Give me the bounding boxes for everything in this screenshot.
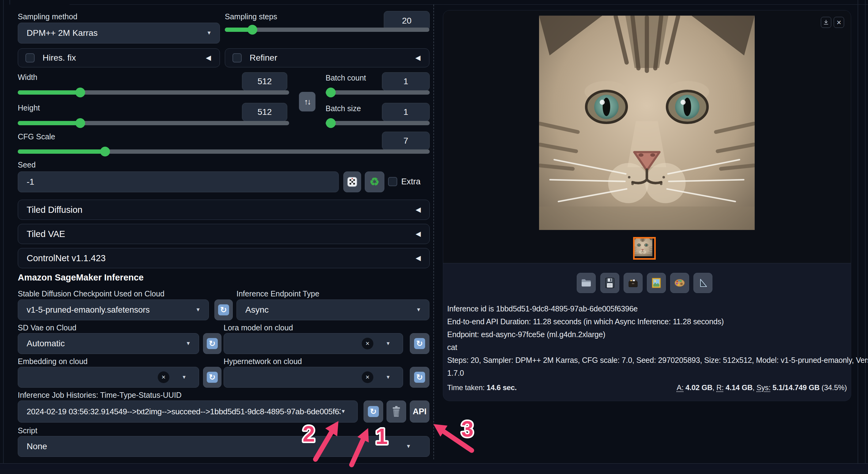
slider-handle[interactable] <box>326 88 336 97</box>
slider-handle[interactable] <box>75 118 85 128</box>
generated-image[interactable] <box>539 15 755 230</box>
chevron-down-icon: ▼ <box>207 30 212 36</box>
annotation-arrowhead-2 <box>325 421 338 436</box>
memory-sep: , <box>712 383 716 392</box>
checkpoint-value: v1-5-pruned-emaonly.safetensors <box>18 305 195 315</box>
send-to-img2img-button[interactable] <box>647 273 666 293</box>
width-label: Width <box>18 73 37 82</box>
close-icon: × <box>162 373 166 381</box>
refresh-embedding-button[interactable]: ↻ <box>203 367 221 388</box>
sd-vae-dropdown[interactable]: Automatic ▼ <box>18 333 199 354</box>
refresh-hypernetwork-button[interactable]: ↻ <box>410 367 429 388</box>
slider-handle[interactable] <box>247 25 257 35</box>
send-to-inpaint-button[interactable] <box>670 273 689 293</box>
seed-input[interactable]: -1 <box>18 171 339 192</box>
batch-count-slider[interactable] <box>326 90 430 95</box>
slider-handle[interactable] <box>326 118 336 128</box>
cfg-scale-value[interactable]: 7 <box>382 132 430 150</box>
close-icon: × <box>366 373 370 381</box>
chevron-down-icon: ▼ <box>385 375 391 380</box>
app-root: Sampling method DPM++ 2M Karras ▼ Sampli… <box>0 0 868 474</box>
slider-handle[interactable] <box>75 88 85 97</box>
refiner-checkbox[interactable] <box>232 53 242 62</box>
download-icon <box>823 19 829 25</box>
embedding-label: Embedding on cloud <box>18 357 88 366</box>
slider-fill <box>18 90 81 95</box>
extra-seed-checkbox[interactable] <box>388 177 397 186</box>
clear-selection-icon[interactable]: × <box>362 372 373 383</box>
reuse-seed-button[interactable]: ♻ <box>365 171 384 192</box>
batch-size-value[interactable]: 1 <box>382 103 430 121</box>
save-image-button[interactable] <box>600 273 619 293</box>
height-label: Height <box>18 103 40 113</box>
endpoint-type-dropdown[interactable]: Async ▼ <box>237 299 429 320</box>
download-image-button[interactable] <box>821 17 831 28</box>
lora-label: Lora model on cloud <box>224 323 293 332</box>
clear-selection-icon[interactable]: × <box>362 338 373 349</box>
refresh-lora-button[interactable]: ↻ <box>410 333 429 354</box>
accordion-controlnet[interactable]: ControlNet v1.1.423 ◀ <box>18 248 430 268</box>
refiner-accordion[interactable]: Refiner ◀ <box>225 49 429 67</box>
accordion-title: Tiled VAE <box>18 229 415 239</box>
hires-fix-label: Hires. fix <box>42 53 206 63</box>
trash-icon <box>392 406 401 417</box>
refresh-icon: ↻ <box>414 372 425 383</box>
api-duration-text: End-to-end API Duration: 11.28 seconds (… <box>447 317 724 326</box>
slider-handle[interactable] <box>100 147 110 156</box>
hires-fix-checkbox[interactable] <box>25 53 35 62</box>
memory-a-label: A: <box>677 383 683 392</box>
job-histories-dropdown[interactable]: 2024-02-19 03:56:32.914549-->txt2img-->s… <box>18 401 358 422</box>
batch-size-slider[interactable] <box>326 121 430 125</box>
close-image-button[interactable]: × <box>834 17 844 28</box>
prompt-text: cat <box>447 343 457 352</box>
annotation-arrowhead-3 <box>433 424 447 437</box>
random-seed-button[interactable] <box>343 171 361 192</box>
refresh-icon: ↻ <box>414 338 425 349</box>
sampling-steps-slider[interactable] <box>225 28 429 32</box>
cfg-scale-slider[interactable] <box>18 150 430 154</box>
open-folder-button[interactable] <box>577 273 596 293</box>
width-slider[interactable] <box>18 90 289 95</box>
gallery-divider <box>443 263 851 263</box>
lora-multiselect[interactable]: × ▼ <box>224 333 403 354</box>
batch-count-value[interactable]: 1 <box>382 72 430 91</box>
api-button[interactable]: API <box>410 401 429 422</box>
height-value[interactable]: 512 <box>242 103 287 121</box>
script-dropdown[interactable]: None ▼ <box>18 436 430 457</box>
thumbnail-image <box>634 239 654 258</box>
height-slider[interactable] <box>18 121 289 125</box>
memory-stats-text: A: 4.02 GB, R: 4.14 GB, Sys: 5.1/14.749 … <box>447 383 847 392</box>
extra-seed-label: Extra <box>401 177 421 187</box>
hypernetwork-label: Hypernetwork on cloud <box>224 357 302 366</box>
recycle-icon: ♻ <box>370 176 379 188</box>
accordion-tiled-vae[interactable]: Tiled VAE ◀ <box>18 224 430 244</box>
collapse-icon: ◀ <box>415 54 421 62</box>
delete-job-history-button[interactable] <box>386 401 406 422</box>
save-zip-button[interactable] <box>624 273 643 293</box>
checkpoint-label: Stable Diffusion Checkpoint Used on Clou… <box>18 289 164 298</box>
hypernetwork-multiselect[interactable]: × ▼ <box>224 367 403 388</box>
refresh-job-histories-button[interactable]: ↻ <box>364 401 383 422</box>
right-gutter-line-2 <box>865 0 866 474</box>
script-value: None <box>18 442 406 451</box>
embedding-multiselect[interactable]: × ▼ <box>18 367 199 388</box>
gallery-thumbnail-selected[interactable] <box>633 237 656 260</box>
send-to-extras-button[interactable] <box>693 273 712 293</box>
refresh-checkpoint-button[interactable]: ↻ <box>214 299 233 320</box>
panel-divider[interactable] <box>433 5 434 459</box>
refresh-icon: ↻ <box>207 372 218 383</box>
chevron-down-icon: ▼ <box>341 408 346 415</box>
endpoint-text: Endpoint: esd-async-97fce5e (ml.g4dn.2xl… <box>447 330 605 339</box>
sampling-method-dropdown[interactable]: DPM++ 2M Karras ▼ <box>18 23 220 43</box>
framed-picture-icon <box>652 278 661 288</box>
hires-fix-accordion[interactable]: Hires. fix ◀ <box>18 49 220 67</box>
checkpoint-dropdown[interactable]: v1-5-pruned-emaonly.safetensors ▼ <box>18 299 209 320</box>
refresh-sd-vae-button[interactable]: ↻ <box>203 333 221 354</box>
slider-fill <box>18 121 81 125</box>
version-text: 1.7.0 <box>447 369 464 378</box>
swap-dimensions-button[interactable]: ↑↓ <box>299 92 315 112</box>
collapse-icon: ◀ <box>415 230 421 238</box>
accordion-tiled-diffusion[interactable]: Tiled Diffusion ◀ <box>18 200 430 220</box>
clear-selection-icon[interactable]: × <box>158 372 169 383</box>
width-value[interactable]: 512 <box>242 72 287 91</box>
